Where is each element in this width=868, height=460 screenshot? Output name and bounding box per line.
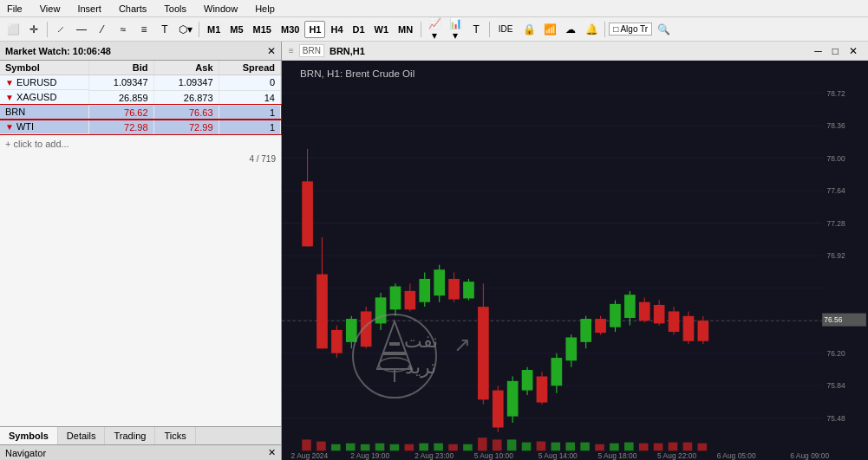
svg-text:5 Aug 18:00: 5 Aug 18:00 [597,451,636,460]
svg-rect-87 [551,443,561,451]
toolbar: ⬜ ✛ ⟋ — ∕ ≈ ≡ T ⬡▾ M1 M5 M15 M30 H1 H4 D… [0,17,868,42]
navigator-label: Navigator [5,448,46,458]
navigator-close-btn[interactable]: ✕ [268,447,276,458]
toolbar-sep3 [421,22,421,37]
svg-rect-82 [478,437,487,450]
menu-window[interactable]: Window [200,3,241,14]
toolbar-sep5 [604,22,605,37]
toolbar-chart-type[interactable]: 📈▾ [425,20,444,39]
svg-rect-57 [610,304,621,327]
menu-insert[interactable]: Insert [74,3,105,14]
symbol-name: EURUSD [16,77,56,87]
svg-rect-91 [610,444,619,451]
toolbar-indicators[interactable]: 📊▾ [446,20,465,39]
menu-help[interactable]: Help [251,3,278,14]
minimize-btn[interactable]: ─ [811,45,826,57]
period-mn[interactable]: MN [394,21,417,38]
table-row[interactable]: BRN 76.62 76.63 1 [0,105,281,120]
svg-rect-120 [383,352,406,355]
toolbar-crosshair[interactable]: ✛ [24,20,43,39]
bid-cell: 76.62 [89,105,153,120]
svg-text:5 Aug 14:00: 5 Aug 14:00 [538,451,578,460]
svg-text:75.48: 75.48 [826,414,845,423]
period-h1[interactable]: H1 [304,21,325,38]
svg-rect-85 [522,443,532,451]
chart-window-controls: ─ □ ✕ [811,45,861,57]
toolbar-template[interactable]: T [467,20,486,39]
maximize-btn[interactable]: □ [829,45,842,57]
toolbar-list[interactable]: ≡ [134,20,153,39]
market-watch-header: Market Watch: 10:06:48 ✕ [0,42,281,61]
toolbar-line[interactable]: ⟋ [51,20,70,39]
toolbar-signal[interactable]: 📶 [540,20,559,39]
add-symbol-row[interactable]: + click to add... [0,135,281,152]
svg-text:5 Aug 22:00: 5 Aug 22:00 [657,451,696,460]
period-m5[interactable]: M5 [225,21,247,38]
tab-ticks[interactable]: Ticks [155,427,195,444]
close-chart-btn[interactable]: ✕ [845,45,861,57]
period-m15[interactable]: M15 [249,21,276,38]
period-w1[interactable]: W1 [370,21,394,38]
table-row[interactable]: ▼ EURUSD 1.09347 1.09347 0 [0,75,281,91]
market-watch-close[interactable]: ✕ [267,45,276,57]
toolbar-lock[interactable]: 🔒 [519,20,538,39]
menu-charts[interactable]: Charts [115,3,150,14]
svg-rect-83 [493,439,502,450]
menu-view[interactable]: View [36,3,64,14]
svg-rect-51 [565,337,577,360]
toolbar-search[interactable]: 🔍 [654,20,673,39]
period-h4[interactable]: H4 [326,21,347,38]
tab-details[interactable]: Details [58,427,106,444]
toolbar-sep2 [199,22,199,37]
svg-rect-63 [654,305,665,323]
toolbar-cloud[interactable]: ☁ [561,20,580,39]
svg-rect-69 [698,321,709,341]
col-ask: Ask [153,61,219,75]
svg-rect-94 [654,444,663,451]
svg-rect-74 [361,444,370,451]
toolbar-new-chart[interactable]: ⬜ [3,20,23,39]
logo-overlay: نفت ترید ↗ [308,304,481,408]
ask-cell: 26.873 [153,90,219,105]
svg-rect-96 [683,443,693,451]
chart-area: ≡ BRN BRN,H1 ─ □ ✕ [282,42,868,460]
svg-text:2 Aug 2024: 2 Aug 2024 [291,451,329,460]
period-m1[interactable]: M1 [203,21,225,38]
bid-cell: 1.09347 [89,75,153,91]
symbol-cell: ▼ EURUSD [0,75,89,90]
svg-text:BRN, H1:  Brent Crude Oil: BRN, H1: Brent Crude Oil [300,68,414,79]
symbol-cell: ▼ XAGUSD [0,90,89,105]
svg-rect-35 [448,279,460,300]
svg-rect-71 [317,442,326,451]
svg-rect-73 [346,444,356,451]
svg-text:78.36: 78.36 [826,121,845,130]
table-row[interactable]: ▼ WTI 72.98 72.99 1 [0,120,281,134]
svg-text:6 Aug 05:00: 6 Aug 05:00 [717,451,756,460]
toolbar-ide[interactable]: IDE [493,20,518,39]
period-d1[interactable]: D1 [349,21,369,38]
toolbar-channel[interactable]: ≈ [114,20,133,39]
market-watch-table: Symbol Bid Ask Spread ▼ EURUSD 1.09347 1… [0,61,281,135]
svg-rect-49 [551,358,563,385]
svg-text:نفت: نفت [404,330,438,352]
svg-rect-95 [669,443,678,451]
period-group: M1 M5 M15 M30 H1 H4 D1 W1 MN [203,21,417,38]
menu-file[interactable]: File [3,3,26,14]
toolbar-trendline[interactable]: ∕ [93,20,112,39]
svg-rect-41 [493,391,504,428]
svg-rect-72 [331,444,341,451]
tab-symbols[interactable]: Symbols [0,427,58,444]
ask-cell: 72.99 [153,120,219,134]
toolbar-hline[interactable]: — [72,20,91,39]
menu-tools[interactable]: Tools [160,3,190,14]
svg-rect-97 [698,444,708,451]
period-m30[interactable]: M30 [277,21,303,38]
table-row[interactable]: ▼ XAGUSD 26.859 26.873 14 [0,90,281,105]
toolbar-shapes[interactable]: ⬡▾ [176,20,195,39]
chart-window-header: ≡ BRN BRN,H1 ─ □ ✕ [282,42,868,61]
toolbar-text[interactable]: T [155,20,174,39]
symbol-cell: BRN [0,105,89,120]
toolbar-alert[interactable]: 🔔 [582,20,601,39]
chart-canvas[interactable]: BRN, H1: Brent Crude Oil [282,61,868,460]
tab-trading[interactable]: Trading [105,427,155,444]
